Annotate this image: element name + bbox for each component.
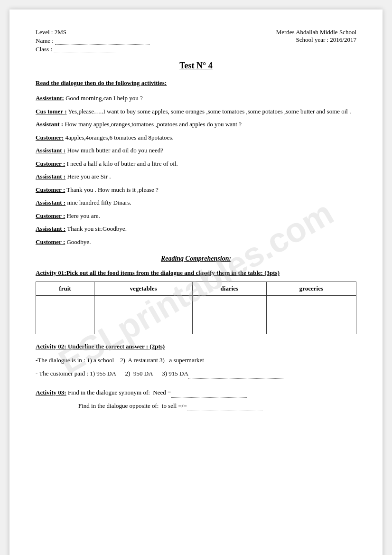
class-label: Class :: [36, 46, 54, 53]
header: Level : 2MS Name : Class : Merdes Abdall…: [36, 28, 356, 53]
dialogue-container: Assisstant: Good morning,can I help you …: [36, 94, 356, 246]
text-1: Yes,please…..I want to buy some apples, …: [68, 108, 351, 115]
col-vegetables: vegetables: [94, 282, 192, 296]
activity03-instruction1: Find in the dialogue synonym of:: [66, 389, 150, 396]
activity02-block: Activity 02: Underline the correct answe…: [36, 343, 356, 379]
name-line: Name :: [36, 37, 150, 45]
name-field: [55, 38, 150, 45]
test-title: Test N° 4: [36, 61, 356, 71]
class-line: Class :: [36, 46, 150, 53]
dialogue-instruction: Read the dialogue then do the following …: [36, 79, 356, 87]
header-right: Merdes Abdallah Middle School School yea…: [276, 28, 356, 53]
col-groceries: groceries: [266, 282, 356, 296]
speaker-6: Assisstant :: [36, 173, 65, 180]
dialogue-line-1: Cus tomer : Yes,please…..I want to buy s…: [36, 107, 356, 116]
text-9: Here you are.: [66, 212, 100, 219]
table-header-row: fruit vegetables diaries groceries: [36, 282, 356, 296]
text-11: Goodbye.: [66, 238, 91, 245]
school-name: Merdes Abdallah Middle School: [276, 28, 356, 36]
dialogue-line-8: Assisstant : nine hundred fifty Dinars.: [36, 198, 356, 207]
text-2: How many apples,oranges,tomatoes ,potato…: [65, 121, 242, 128]
activity01-text: Pick out all the food items from the dia…: [66, 269, 263, 276]
dialogue-line-6: Assisstant : Here you are Sir .: [36, 172, 356, 181]
text-4: How much butter and oil do you need?: [67, 147, 163, 154]
dialogue-line-10: Assisstant : Thank you sir.Goodbye.: [36, 224, 356, 234]
speaker-5: Customer :: [36, 160, 65, 167]
text-10: Thank you sir.Goodbye.: [67, 225, 127, 232]
dialogue-line-5: Customer : I need a half a kilo of butte…: [36, 159, 356, 169]
text-3: 4apples,4oranges,6 tomatoes and 8potatoe…: [65, 134, 173, 141]
text-6: Here you are Sir .: [67, 173, 111, 180]
speaker-3: Customer:: [36, 134, 64, 141]
level-line: Level : 2MS: [36, 28, 150, 36]
activity02-instruction: Activity 02: Underline the correct answe…: [36, 343, 356, 350]
speaker-9: Customer :: [36, 212, 65, 219]
dialogue-line-11: Customer : Goodbye.: [36, 237, 356, 247]
activity01-label: Activity 01:: [36, 269, 66, 276]
activity02-line2: - The customer paid : 1) 955 DA 2) 950 D…: [36, 368, 356, 379]
speaker-7: Customer :: [36, 186, 65, 193]
text-0: Good morning,can I help you ?: [65, 94, 142, 102]
synonym-label: Need =: [153, 389, 171, 396]
food-table: fruit vegetables diaries groceries: [36, 282, 356, 334]
activity03-label: Activity 03:: [36, 389, 66, 396]
dialogue-line-9: Customer : Here you are.: [36, 211, 356, 221]
dialogue-line-2: Assistant : How many apples,oranges,toma…: [36, 120, 356, 129]
col-diaries: diaries: [193, 282, 267, 296]
dialogue-line-4: Assisstant : How much butter and oil do …: [36, 146, 356, 155]
speaker-4: Assisstant :: [36, 147, 65, 154]
dialogue-line-0: Assisstant: Good morning,can I help you …: [36, 94, 356, 103]
activity01-instruction: Activity 01:Pick out all the food items …: [36, 269, 356, 277]
school-year: School year : 2016/2017: [276, 36, 356, 44]
speaker-11: Customer :: [36, 238, 65, 245]
cell-groceries: [266, 296, 356, 334]
table-data-row: [36, 296, 356, 334]
activity03-block: Activity 03: Find in the dialogue synony…: [36, 387, 356, 411]
activity01-pts: (3pts): [264, 269, 280, 276]
name-label: Name :: [36, 37, 55, 44]
class-field: [54, 47, 115, 53]
level-label: Level : 2MS: [36, 28, 66, 36]
opposite-label: to sell =/=: [162, 402, 187, 409]
dialogue-line-7: Customer : Thank you . How much is it ,p…: [36, 185, 356, 195]
speaker-2: Assistant :: [36, 121, 63, 128]
text-8: nine hundred fifty Dinars.: [67, 199, 131, 206]
text-5: I need a half a kilo of butter and a lit…: [66, 160, 177, 167]
activity03-instruction2: Find in the dialogue opposite of:: [78, 402, 159, 409]
activity03-line2: Find in the dialogue opposite of: to sel…: [36, 401, 356, 411]
dialogue-line-3: Customer: 4apples,4oranges,6 tomatoes an…: [36, 133, 356, 142]
cell-fruit: [36, 296, 94, 334]
activity02-text: Underline the correct answer : (2pts): [66, 343, 165, 350]
activity01-block: Activity 01:Pick out all the food items …: [36, 269, 356, 334]
cell-diaries: [193, 296, 267, 334]
col-fruit: fruit: [36, 282, 94, 296]
activity03-line1: Activity 03: Find in the dialogue synony…: [36, 387, 356, 398]
header-left: Level : 2MS Name : Class :: [36, 28, 150, 53]
cell-vegetables: [94, 296, 192, 334]
speaker-0: Assisstant:: [36, 94, 64, 102]
speaker-8: Assisstant :: [36, 199, 65, 206]
activity02-label: Activity 02:: [36, 343, 66, 350]
page: ESLprintables.com Level : 2MS Name : Cla…: [9, 9, 383, 555]
speaker-1: Cus tomer :: [36, 108, 66, 115]
activity02-line1: -The dialogue is in : 1) a school 2) A r…: [36, 355, 356, 366]
speaker-10: Assisstant :: [36, 225, 65, 232]
text-7: Thank you . How much is it ,please ?: [66, 186, 159, 193]
reading-comprehension-title: Reading Comprehension:: [36, 255, 356, 263]
